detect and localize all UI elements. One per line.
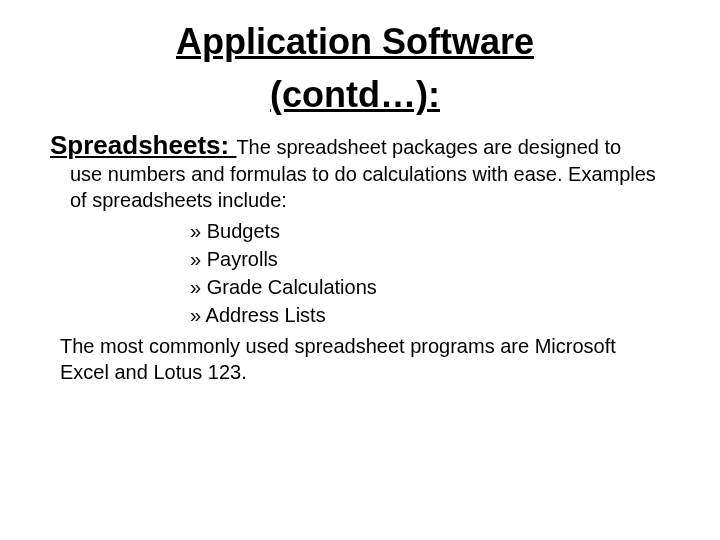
section-lead-row: Spreadsheets: The spreadsheet packages a… [50, 130, 660, 161]
slide-subtitle: (contd…): [50, 73, 660, 116]
list-item: Payrolls [190, 245, 660, 273]
section-heading: Spreadsheets: [50, 130, 236, 160]
list-item: Budgets [190, 217, 660, 245]
list-item: Grade Calculations [190, 273, 660, 301]
bullet-list: Budgets Payrolls Grade Calculations Addr… [190, 217, 660, 329]
list-item: Address Lists [190, 301, 660, 329]
slide-title: Application Software [50, 20, 660, 63]
section-body: use numbers and formulas to do calculati… [70, 161, 660, 213]
section-trailer: The most commonly used spreadsheet progr… [60, 333, 660, 385]
section-lead-text: The spreadsheet packages are designed to [236, 136, 621, 158]
